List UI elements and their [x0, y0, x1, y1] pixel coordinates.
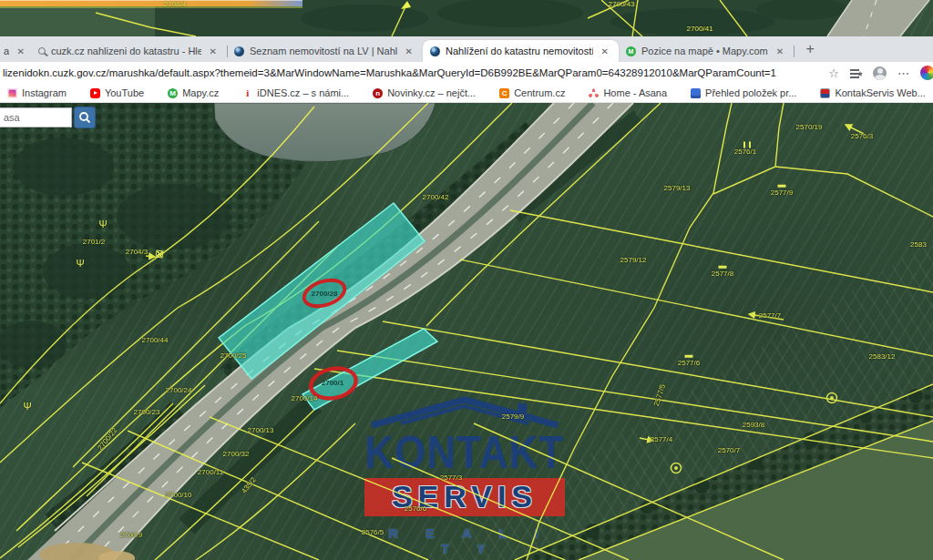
tab-close-icon[interactable]: ✕ — [599, 46, 611, 57]
url-input[interactable]: lizenidokn.cuzk.gov.cz/marushka/default.… — [0, 67, 828, 78]
mapy-bookmark-icon: M — [168, 88, 178, 98]
parcel-label: 2700/24 — [166, 386, 192, 394]
tab-label: Seznam nemovitostí na LV | Nahlíž... — [250, 46, 397, 56]
map-overlay-graphics — [0, 103, 933, 560]
parcel-label: 2708/4 — [164, 0, 186, 8]
new-tab-button[interactable]: + — [799, 38, 821, 60]
parcel-label: 2583 — [910, 240, 927, 249]
cuzk-favicon-icon — [234, 46, 244, 56]
browser-logo-icon[interactable] — [920, 66, 933, 80]
parcel-label: 2577/8 — [712, 270, 733, 278]
bookmark-1[interactable]: YouTube — [90, 87, 144, 98]
search-icon — [78, 111, 91, 124]
bookmark-0[interactable]: Instagram — [7, 87, 67, 98]
search-button[interactable] — [74, 107, 96, 128]
novinky-bookmark-icon: n — [373, 88, 383, 98]
search-favicon-icon — [38, 47, 46, 55]
bookmark-label: Centrum.cz — [514, 87, 565, 98]
screen: 2708/42700/432700/41 a R✕cuzk.cz nahlize… — [0, 0, 933, 560]
bookmark-8[interactable]: KontakServis Web... — [820, 87, 925, 98]
double-bar-symbol-icon — [743, 142, 751, 148]
parcel-label: 2700/44 — [142, 336, 169, 344]
parcel-label: 2576/3 — [851, 132, 873, 140]
parcel-label: 2579/12 — [620, 256, 647, 264]
parcel-label: 2700/42 — [423, 193, 449, 201]
building-symbol-icon — [155, 249, 163, 258]
bookmark-5[interactable]: CCentrum.cz — [499, 87, 565, 98]
parcel-label: 2700/25 — [220, 351, 247, 360]
parcel-label: 2701/2 — [83, 238, 105, 246]
tree-symbol-icon: Ψ — [98, 219, 107, 229]
bookmark-label: Instagram — [22, 87, 67, 98]
tab-4[interactable]: MPozice na mapě • Mapy.com✕ — [619, 40, 794, 62]
kontakservis-bookmark-icon — [820, 88, 830, 98]
bookmark-2[interactable]: MMapy.cz — [168, 87, 219, 98]
bookmark-3[interactable]: iiDNES.cz – s námi... — [242, 87, 349, 98]
prehled-bookmark-icon — [691, 88, 701, 98]
parcel-label: 2583/12 — [869, 352, 896, 361]
parcel-label: 2593/8 — [743, 421, 764, 429]
circled-parcel-label: 2700/28 — [312, 290, 338, 298]
tab-label: Pozice na mapě • Mapy.com — [641, 46, 768, 56]
tab-1[interactable]: cuzk.cz nahlizeni do katastru - Hle...✕ — [31, 40, 227, 62]
parcel-label: 2570/7 — [718, 446, 740, 454]
collections-icon[interactable] — [850, 67, 862, 78]
bookmark-label: iDNES.cz – s námi... — [257, 87, 349, 98]
parcel-label: 2576/5 — [362, 528, 384, 536]
parcel-label: 2700/32 — [223, 450, 250, 458]
parcel-label: 2576/6 — [405, 504, 426, 513]
idnes-bookmark-icon: i — [242, 88, 252, 98]
parcel-label: 2576/1 — [734, 148, 756, 156]
parcel-label: 2700/41 — [687, 25, 713, 33]
more-menu-icon[interactable]: ⋯ — [897, 67, 909, 79]
tab-close-icon[interactable]: ✕ — [403, 46, 415, 57]
map-strip-graphics — [0, 0, 933, 36]
tab-0[interactable]: a R✕ — [0, 40, 31, 62]
circled-parcel-label: 2700/1 — [322, 379, 343, 387]
cuzk-favicon-icon — [430, 46, 440, 56]
tab-close-icon[interactable]: ✕ — [774, 46, 786, 57]
tab-2[interactable]: Seznam nemovitostí na LV | Nahlíž...✕ — [227, 40, 423, 62]
search-input[interactable] — [0, 107, 72, 127]
address-bar-icons: ☆ ⋯ — [828, 66, 933, 80]
map-strip-top[interactable]: 2708/42700/432700/41 — [0, 0, 933, 36]
bookmark-label: Home - Asana — [603, 87, 667, 98]
motorway-overlay-band — [0, 0, 302, 7]
tab-label: Nahlížení do katastru nemovitostí — [446, 46, 593, 56]
parcel-label: 2570/19 — [796, 123, 823, 131]
parcel-label: 2577/9 — [771, 188, 793, 197]
bookmark-label: Mapy.cz — [182, 87, 219, 98]
tab-label: a R — [4, 46, 9, 56]
favorite-star-icon[interactable]: ☆ — [828, 67, 839, 79]
centrum-bookmark-icon: C — [499, 88, 509, 98]
parcel-label: 2704/3 — [126, 248, 148, 256]
map-search — [0, 107, 96, 128]
map-canvas[interactable]: KONTAKT SERVIS R E A L I T Y — [0, 103, 933, 560]
meadow-dash-symbol-icon — [719, 266, 727, 269]
bookmark-7[interactable]: Přehled položek pr... — [691, 87, 796, 98]
tab-close-icon[interactable]: ✕ — [15, 46, 27, 57]
bookmark-6[interactable]: Home - Asana — [589, 87, 667, 98]
asana-bookmark-icon — [589, 88, 599, 98]
parcel-label: 2577/6 — [678, 359, 700, 367]
address-bar-row: lizenidokn.cuzk.gov.cz/marushka/default.… — [0, 62, 933, 84]
instagram-bookmark-icon — [7, 88, 17, 98]
parcel-label: 2700/14 — [292, 394, 318, 402]
tab-close-icon[interactable]: ✕ — [207, 46, 220, 57]
bookmark-4[interactable]: nNovinky.cz – nejčt... — [373, 87, 476, 98]
mapy-favicon-icon: M — [626, 46, 636, 56]
tree-symbol-icon: Ψ — [23, 402, 31, 412]
parcel-label: 2700/23 — [134, 408, 160, 416]
bookmark-label: YouTube — [105, 87, 144, 98]
parcel-label: 2577/4 — [651, 435, 672, 443]
browser-tab-bar: a R✕cuzk.cz nahlizeni do katastru - Hle.… — [0, 36, 933, 62]
youtube-bookmark-icon — [90, 88, 100, 98]
profile-avatar-icon[interactable] — [873, 66, 887, 80]
parcel-label: 2700/11 — [198, 468, 223, 476]
meadow-dash-symbol-icon — [778, 185, 786, 188]
bookmark-label: Novinky.cz – nejčt... — [387, 87, 476, 98]
tab-3[interactable]: Nahlížení do katastru nemovitostí✕ — [423, 40, 619, 62]
parcel-label: 2577/3 — [440, 473, 462, 482]
tab-label: cuzk.cz nahlizeni do katastru - Hle... — [51, 46, 201, 56]
parcel-label: 2700/43 — [609, 0, 635, 8]
